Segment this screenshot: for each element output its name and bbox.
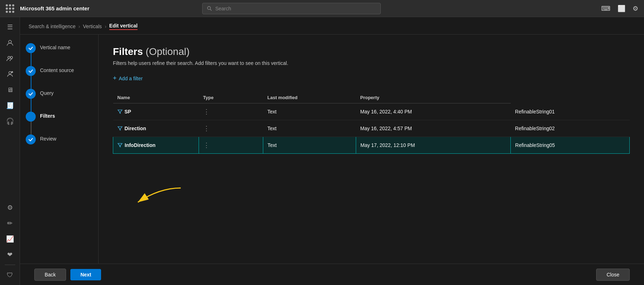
- sidebar-nav: ☰ 🖥 🧾 🎧 ⚙ ✏ 📈: [0, 17, 20, 285]
- sidebar-security-icon[interactable]: 🛡: [3, 268, 17, 282]
- row-property-sp: RefinableString01: [511, 103, 630, 120]
- row-dots-direction[interactable]: ⋮: [199, 120, 263, 137]
- app-launcher[interactable]: [6, 4, 14, 13]
- step-label-1: Vertical name: [40, 43, 70, 50]
- step-connector-4: [31, 122, 31, 134]
- step-circle-1: [26, 43, 36, 53]
- plus-icon: +: [113, 75, 117, 82]
- settings-icon[interactable]: ⚙: [633, 5, 638, 12]
- content-area: Search & intelligence › Verticals › Edit…: [20, 17, 644, 285]
- col-property: Property: [356, 92, 511, 103]
- col-name: Name: [113, 92, 199, 103]
- filter-icon: [118, 126, 123, 131]
- steps-sidebar: Vertical name Content source: [20, 35, 99, 264]
- row-dots-sp[interactable]: ⋮: [199, 103, 263, 120]
- row-type-direction: Text: [263, 120, 356, 137]
- command-prompt-icon[interactable]: ⌨: [601, 5, 610, 12]
- filter-icon: [118, 143, 123, 148]
- svg-point-2: [9, 40, 11, 43]
- step-circle-4: [26, 112, 36, 122]
- back-button[interactable]: Back: [34, 269, 66, 281]
- row-modified-sp: May 16, 2022, 4:40 PM: [356, 103, 511, 120]
- breadcrumb-link-search[interactable]: Search & intelligence: [29, 24, 76, 29]
- row-type-sp: Text: [263, 103, 356, 120]
- row-property-direction: RefinableString02: [511, 120, 630, 137]
- panel-title: Filters (Optional): [113, 46, 630, 57]
- step-label-4: Filters: [40, 112, 55, 119]
- step-label-5: Review: [40, 134, 56, 142]
- svg-point-3: [8, 56, 10, 58]
- step-connector-2: [31, 76, 31, 89]
- sidebar-health-icon[interactable]: ❤: [3, 248, 17, 262]
- row-property-infodirection: RefinableString05: [511, 137, 630, 154]
- app-title: Microsoft 365 admin center: [20, 5, 89, 11]
- panel-subtitle: Filters help users refine their search. …: [113, 60, 630, 66]
- add-filter-button[interactable]: + Add a filter: [113, 75, 143, 82]
- sidebar-user-icon[interactable]: [3, 36, 17, 50]
- step-content-source: Content source: [26, 66, 93, 76]
- step-circle-5: [26, 134, 36, 144]
- search-icon: [207, 6, 212, 11]
- topbar: Microsoft 365 admin center ⌨ ⬜ ⚙: [0, 0, 644, 17]
- step-filters: Filters: [26, 112, 93, 122]
- sidebar-billing-icon[interactable]: 🧾: [3, 98, 17, 113]
- main-layout: ☰ 🖥 🧾 🎧 ⚙ ✏ 📈: [0, 17, 644, 285]
- row-name-infodirection: InfoDirection: [113, 137, 199, 154]
- sidebar-reports-icon[interactable]: ✏: [3, 216, 17, 230]
- step-circle-3: [26, 89, 36, 99]
- footer: Back Next Close: [20, 264, 644, 285]
- sidebar-analytics-icon[interactable]: 📈: [3, 232, 17, 246]
- row-dots-infodirection[interactable]: ⋮: [199, 137, 263, 154]
- sidebar-menu-icon[interactable]: ☰: [3, 20, 17, 34]
- sidebar-divider: [5, 265, 15, 265]
- step-label-2: Content source: [40, 66, 74, 73]
- breadcrumb-sep-1: ›: [79, 24, 80, 29]
- col-last-modified: Last modified: [263, 92, 356, 103]
- col-type: Type: [199, 92, 263, 103]
- sidebar-support-icon[interactable]: 🎧: [3, 114, 17, 128]
- arrow-annotation: [116, 184, 188, 214]
- sidebar-admin-users-icon[interactable]: [3, 67, 17, 81]
- tablet-icon[interactable]: ⬜: [618, 5, 625, 12]
- row-type-infodirection: Text: [263, 137, 356, 154]
- step-query: Query: [26, 89, 93, 99]
- close-button[interactable]: Close: [596, 269, 630, 281]
- table-row-highlighted[interactable]: InfoDirection ⋮ Text May 17, 2022, 12:10…: [113, 137, 630, 154]
- svg-point-4: [10, 56, 13, 58]
- step-connector-3: [31, 99, 31, 112]
- step-connector-1: [31, 53, 31, 66]
- breadcrumb-current: Edit vertical: [109, 23, 138, 30]
- step-label-3: Query: [40, 89, 54, 96]
- table-row[interactable]: SP ⋮ Text May 16, 2022, 4:40 PM Refinabl…: [113, 103, 630, 120]
- topbar-icon-group: ⌨ ⬜ ⚙: [601, 5, 638, 12]
- search-input[interactable]: [215, 6, 376, 11]
- step-circle-2: [26, 66, 36, 76]
- row-name-sp: SP: [113, 103, 199, 120]
- sidebar-settings-icon[interactable]: ⚙: [3, 200, 17, 215]
- middle-area: Vertical name Content source: [20, 35, 644, 264]
- row-modified-infodirection: May 17, 2022, 12:10 PM: [356, 137, 511, 154]
- sidebar-group-icon[interactable]: [3, 51, 17, 66]
- main-panel: Filters (Optional) Filters help users re…: [99, 35, 644, 264]
- table-row[interactable]: Direction ⋮ Text May 16, 2022, 4:57 PM R…: [113, 120, 630, 137]
- filter-icon: [118, 109, 123, 114]
- breadcrumb: Search & intelligence › Verticals › Edit…: [20, 17, 644, 35]
- breadcrumb-sep-2: ›: [105, 24, 106, 29]
- row-modified-direction: May 16, 2022, 4:57 PM: [356, 120, 511, 137]
- step-vertical-name: Vertical name: [26, 43, 93, 53]
- add-filter-label: Add a filter: [119, 76, 143, 81]
- arrow-svg: [116, 184, 188, 213]
- row-name-direction: Direction: [113, 120, 199, 137]
- filter-table: Name Type Last modified Property: [113, 92, 630, 154]
- svg-line-1: [210, 9, 212, 10]
- svg-point-5: [9, 72, 11, 74]
- svg-point-0: [208, 6, 211, 10]
- breadcrumb-link-verticals[interactable]: Verticals: [83, 24, 102, 29]
- next-button[interactable]: Next: [70, 269, 101, 280]
- svg-point-6: [11, 71, 13, 73]
- step-review: Review: [26, 134, 93, 144]
- sidebar-devices-icon[interactable]: 🖥: [3, 83, 17, 97]
- search-bar[interactable]: [202, 3, 381, 14]
